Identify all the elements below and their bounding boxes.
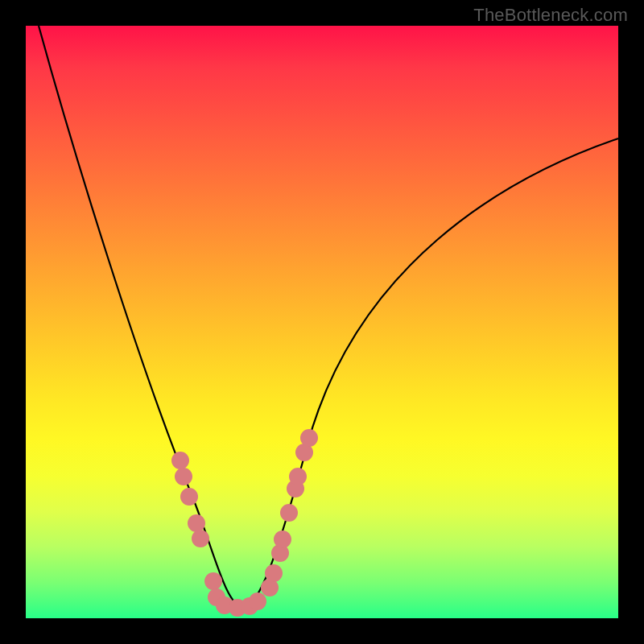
data-point-dot [249,592,266,610]
bottleneck-curve-path [39,26,618,607]
data-point-dot [204,572,222,590]
data-point-dot [265,564,283,582]
data-point-dot [192,530,209,547]
watermark-text: TheBottleneck.com [473,5,628,26]
plot-area [26,26,618,618]
curve-layer [26,26,618,618]
data-point-dot [274,530,291,548]
data-point-dot [180,488,198,506]
data-point-dot [171,452,189,469]
data-point-dot [280,504,298,522]
data-point-dot [175,468,192,485]
chart-frame: TheBottleneck.com [0,0,644,644]
data-point-dot [300,429,318,447]
data-point-dot [188,514,205,532]
dot-layer [171,429,318,617]
data-point-dot [289,468,307,485]
